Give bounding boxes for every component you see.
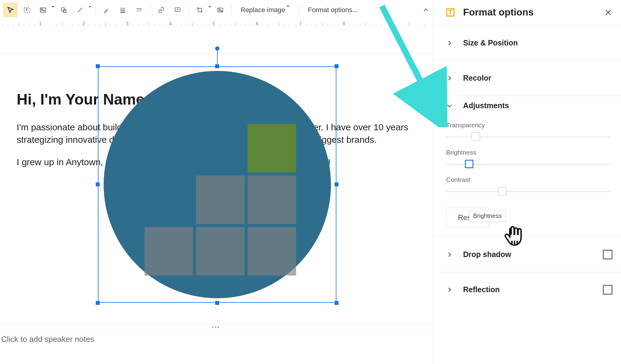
chevron-right-icon <box>446 75 455 82</box>
section-adjustments: Adjustments Transparency Brightness Cont… <box>433 95 621 237</box>
format-options-label: Format options... <box>308 6 358 14</box>
svg-rect-14 <box>139 11 140 12</box>
reflection-checkbox[interactable] <box>603 285 613 295</box>
brightness-thumb[interactable] <box>465 160 473 168</box>
ruler-number: 3 <box>126 21 129 27</box>
crop-tool-group[interactable] <box>192 3 211 17</box>
section-label: Drop shadow <box>463 250 603 259</box>
resize-handle-n[interactable] <box>215 64 219 68</box>
select-tool[interactable] <box>3 3 18 17</box>
toolbar-collapse-button[interactable] <box>419 3 433 17</box>
section-drop-shadow[interactable]: Drop shadow <box>433 237 621 272</box>
replace-image-label: Replace image <box>241 6 285 14</box>
svg-rect-8 <box>137 8 142 9</box>
ruler-number: 5 <box>212 21 215 27</box>
selection-border <box>98 66 336 303</box>
section-reflection[interactable]: Reflection <box>433 272 621 307</box>
cursor-hand-icon <box>503 224 524 249</box>
resize-handle-w[interactable] <box>96 182 100 186</box>
slide-canvas-area: Hi, I'm Your Name I'm passionate about b… <box>0 28 433 364</box>
svg-rect-9 <box>137 10 138 10</box>
format-options-button[interactable]: Format options... <box>302 3 363 17</box>
format-options-icon <box>446 8 455 17</box>
brightness-slider[interactable] <box>446 160 611 168</box>
speaker-notes-resizer[interactable] <box>0 324 433 330</box>
section-size-position[interactable]: Size & Position <box>433 25 621 60</box>
resize-handle-s[interactable] <box>215 301 219 305</box>
insert-comment-tool[interactable] <box>170 3 185 17</box>
chevron-down-icon <box>446 102 455 109</box>
separator <box>189 5 189 15</box>
resize-handle-e[interactable] <box>335 182 339 186</box>
resize-handle-ne[interactable] <box>335 64 339 68</box>
speaker-notes[interactable]: Click to add speaker notes <box>0 330 433 354</box>
insert-link-tool[interactable] <box>154 3 169 17</box>
transparency-label: Transparency <box>446 122 611 129</box>
sidebar-title: Format options <box>463 7 603 18</box>
svg-rect-6 <box>120 10 125 11</box>
separator <box>231 5 232 15</box>
ruler-number: 1 <box>39 21 42 27</box>
reset-image-tool[interactable] <box>213 3 228 17</box>
brightness-label: Brightness <box>446 149 611 156</box>
contrast-label: Contrast <box>446 176 611 183</box>
drop-shadow-checkbox[interactable] <box>603 250 613 259</box>
close-sidebar-button[interactable] <box>603 7 614 18</box>
resize-handle-se[interactable] <box>335 301 339 305</box>
slide[interactable]: Hi, I'm Your Name I'm passionate about b… <box>0 54 433 330</box>
chevron-right-icon <box>446 251 455 258</box>
speaker-notes-placeholder: Click to add speaker notes <box>1 335 94 344</box>
separator <box>150 5 150 15</box>
transparency-slider[interactable] <box>446 132 611 141</box>
resize-handle-sw[interactable] <box>96 301 100 305</box>
line-tool-group[interactable] <box>73 3 92 17</box>
chevron-right-icon <box>446 40 455 46</box>
svg-rect-11 <box>141 10 142 10</box>
brightness-tooltip: Brightness <box>469 210 506 222</box>
section-label: Reflection <box>463 285 603 294</box>
border-dash-tool[interactable] <box>132 3 146 17</box>
separator <box>299 5 299 15</box>
line-caret[interactable] <box>87 7 92 14</box>
svg-point-2 <box>42 9 42 10</box>
svg-rect-10 <box>139 10 140 10</box>
insert-image-caret[interactable] <box>50 7 55 14</box>
rotation-line <box>217 51 218 64</box>
contrast-slider[interactable] <box>446 187 611 195</box>
transparency-thumb[interactable] <box>472 132 480 141</box>
chevron-right-icon <box>446 286 455 293</box>
svg-rect-7 <box>120 12 125 13</box>
svg-rect-13 <box>138 11 139 12</box>
format-options-sidebar: Format options Size & Position Recolor A… <box>433 0 621 364</box>
rotation-handle[interactable] <box>215 46 219 51</box>
svg-rect-15 <box>141 11 142 12</box>
textbox-tool[interactable] <box>19 3 34 17</box>
separator <box>95 5 95 15</box>
border-color-tool[interactable] <box>99 3 114 17</box>
section-adjustments-header[interactable]: Adjustments <box>446 101 611 110</box>
section-label: Recolor <box>463 74 613 82</box>
insert-image-group[interactable] <box>36 3 55 17</box>
shape-tool[interactable] <box>56 3 71 17</box>
selected-image[interactable] <box>98 66 336 303</box>
section-label: Adjustments <box>463 101 509 110</box>
ruler-number: 7 <box>299 21 302 27</box>
resize-handle-nw[interactable] <box>96 64 100 68</box>
ruler-number: 4 <box>169 21 172 27</box>
ruler-number: 2 <box>82 21 85 27</box>
contrast-thumb[interactable] <box>498 187 506 195</box>
svg-rect-12 <box>137 11 137 12</box>
ruler-number: 8 <box>342 21 345 27</box>
svg-rect-5 <box>120 8 125 9</box>
ruler-number: 6 <box>256 21 259 27</box>
section-label: Size & Position <box>463 38 613 47</box>
crop-caret[interactable] <box>207 7 211 14</box>
border-weight-tool[interactable] <box>115 3 130 17</box>
section-recolor[interactable]: Recolor <box>433 60 621 95</box>
replace-image-caret[interactable] <box>285 6 289 14</box>
replace-image-button[interactable]: Replace image <box>235 3 295 17</box>
